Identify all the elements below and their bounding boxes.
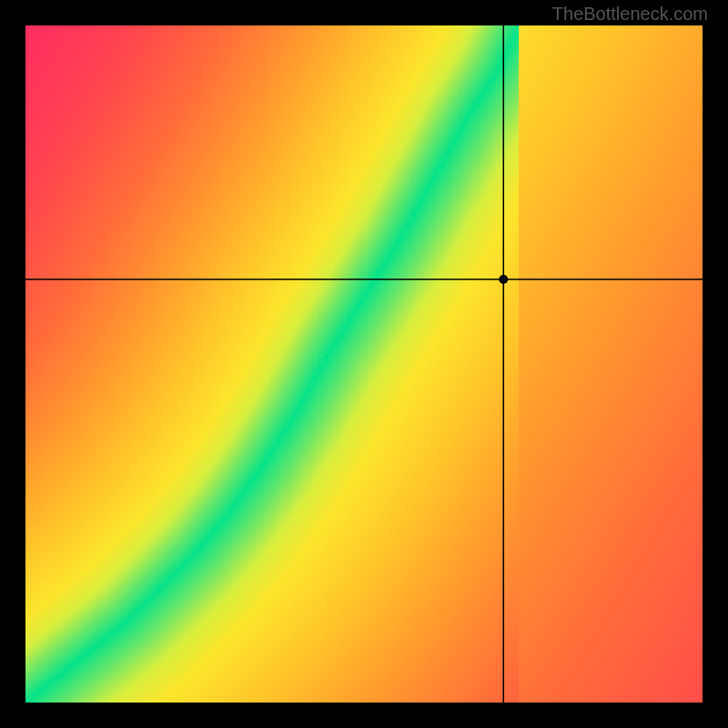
watermark-text: TheBottleneck.com [552, 4, 708, 25]
heatmap-canvas [0, 0, 728, 728]
chart-container: TheBottleneck.com [0, 0, 728, 728]
